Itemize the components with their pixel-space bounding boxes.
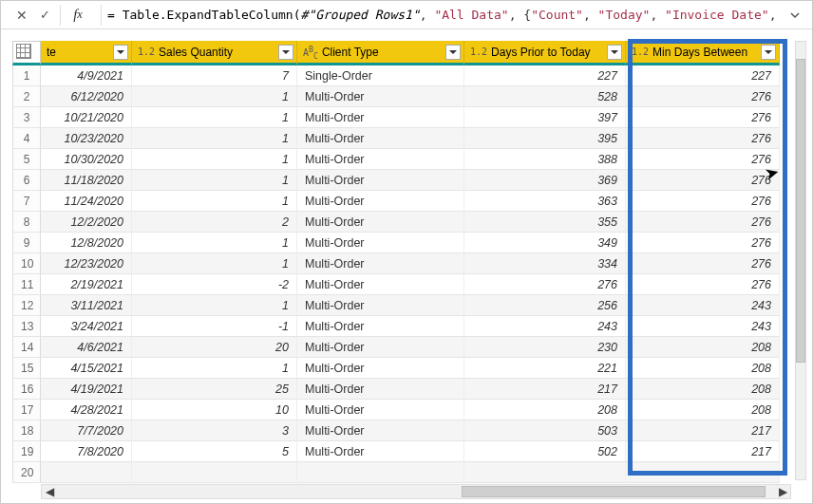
date-cell[interactable]: 2/19/2021 xyxy=(41,274,132,295)
qty-cell[interactable]: 1 xyxy=(132,233,297,253)
fx-icon[interactable]: fx xyxy=(65,4,91,27)
days-cell[interactable]: 502 xyxy=(464,441,626,462)
table-row[interactable]: 123/11/20211Multi-Order256243 xyxy=(12,295,780,316)
min-cell[interactable]: 276 xyxy=(626,274,780,295)
days-cell[interactable]: 369 xyxy=(464,170,626,191)
days-cell[interactable]: 395 xyxy=(464,128,626,149)
table-row[interactable]: 133/24/2021-1Multi-Order243243 xyxy=(12,316,780,337)
column-header-qty[interactable]: 1.2 Sales Quantity xyxy=(132,41,297,65)
days-cell[interactable]: 349 xyxy=(464,233,626,253)
type-cell[interactable]: Multi-Order xyxy=(297,191,464,212)
date-cell[interactable]: 3/24/2021 xyxy=(41,316,132,337)
date-cell[interactable]: 10/30/2020 xyxy=(41,149,132,170)
type-cell[interactable]: Multi-Order xyxy=(297,149,464,170)
type-cell[interactable]: Multi-Order xyxy=(297,170,464,191)
days-cell[interactable]: 256 xyxy=(464,295,626,316)
date-cell[interactable]: 11/18/2020 xyxy=(41,170,132,191)
table-row[interactable]: 187/7/20203Multi-Order503217 xyxy=(12,420,780,441)
date-cell[interactable]: 7/8/2020 xyxy=(41,441,132,462)
table-row[interactable]: 410/23/20201Multi-Order395276 xyxy=(12,128,780,149)
type-cell[interactable]: Multi-Order xyxy=(297,337,464,358)
min-cell[interactable]: 227 xyxy=(626,65,780,86)
scroll-left-button[interactable]: ◀ xyxy=(42,484,57,499)
min-cell[interactable]: 208 xyxy=(626,400,780,420)
min-cell[interactable]: 208 xyxy=(626,379,780,400)
date-cell[interactable]: 10/21/2020 xyxy=(41,107,132,128)
filter-button-date[interactable] xyxy=(113,45,128,60)
table-row[interactable]: 112/19/2021-2Multi-Order276276 xyxy=(12,274,780,295)
type-cell[interactable]: Multi-Order xyxy=(297,86,464,107)
table-row[interactable]: 174/28/202110Multi-Order208208 xyxy=(12,400,780,420)
date-cell[interactable]: 10/23/2020 xyxy=(41,128,132,149)
qty-cell[interactable]: -2 xyxy=(132,274,297,295)
qty-cell[interactable]: -1 xyxy=(132,316,297,337)
filter-button-type[interactable] xyxy=(445,45,461,60)
qty-cell[interactable]: 1 xyxy=(132,358,297,379)
filter-button-qty[interactable] xyxy=(278,45,293,60)
qty-cell[interactable]: 3 xyxy=(132,420,297,441)
qty-cell[interactable]: 1 xyxy=(132,128,297,149)
type-cell[interactable]: Multi-Order xyxy=(297,253,464,274)
filter-button-days[interactable] xyxy=(607,45,622,60)
expand-formula-button[interactable] xyxy=(784,4,806,27)
min-cell[interactable]: 276 xyxy=(626,233,780,253)
qty-cell[interactable]: 1 xyxy=(132,149,297,170)
days-cell[interactable]: 227 xyxy=(464,65,626,86)
column-header-date[interactable]: te xyxy=(41,41,132,65)
days-cell[interactable]: 397 xyxy=(464,107,626,128)
type-cell[interactable]: Multi-Order xyxy=(297,128,464,149)
empty-cell[interactable] xyxy=(464,462,626,483)
type-cell[interactable]: Multi-Order xyxy=(297,400,464,420)
table-row[interactable]: 711/24/20201Multi-Order363276 xyxy=(12,191,780,212)
table-row[interactable]: 144/6/202120Multi-Order230208 xyxy=(12,337,780,358)
days-cell[interactable]: 217 xyxy=(464,379,626,400)
table-row[interactable]: 611/18/20201Multi-Order369276 xyxy=(12,170,780,191)
date-cell[interactable]: 3/11/2021 xyxy=(41,295,132,316)
qty-cell[interactable]: 2 xyxy=(132,212,297,233)
vertical-scrollbar[interactable] xyxy=(795,41,806,480)
min-cell[interactable]: 208 xyxy=(626,337,780,358)
empty-cell[interactable] xyxy=(41,462,132,483)
horizontal-scroll-thumb[interactable] xyxy=(462,486,766,497)
horizontal-scrollbar[interactable]: ◀ ▶ xyxy=(41,484,791,499)
type-cell[interactable]: Multi-Order xyxy=(297,212,464,233)
column-header-days[interactable]: 1.2 Days Prior to Today xyxy=(464,41,626,65)
qty-cell[interactable]: 25 xyxy=(132,379,297,400)
horizontal-scroll-track[interactable] xyxy=(57,485,775,498)
type-cell[interactable]: Single-Order xyxy=(297,65,464,86)
table-row[interactable]: 812/2/20202Multi-Order355276 xyxy=(12,212,780,233)
date-cell[interactable]: 6/12/2020 xyxy=(41,86,132,107)
table-row[interactable]: 310/21/20201Multi-Order397276 xyxy=(12,107,780,128)
min-cell[interactable]: 276 xyxy=(626,149,780,170)
select-all-corner[interactable] xyxy=(12,41,41,65)
commit-formula-button[interactable]: ✓ xyxy=(33,4,56,27)
min-cell[interactable]: 217 xyxy=(626,441,780,462)
type-cell[interactable]: Multi-Order xyxy=(297,441,464,462)
min-cell[interactable]: 276 xyxy=(626,212,780,233)
type-cell[interactable]: Multi-Order xyxy=(297,295,464,316)
qty-cell[interactable]: 10 xyxy=(132,400,297,420)
days-cell[interactable]: 221 xyxy=(464,358,626,379)
min-cell[interactable]: 276 xyxy=(626,86,780,107)
min-cell[interactable]: 243 xyxy=(626,295,780,316)
scroll-right-button[interactable]: ▶ xyxy=(775,484,790,499)
type-cell[interactable]: Multi-Order xyxy=(297,274,464,295)
qty-cell[interactable]: 20 xyxy=(132,337,297,358)
date-cell[interactable]: 12/8/2020 xyxy=(41,233,132,253)
table-row[interactable]: 20 xyxy=(12,462,780,483)
min-cell[interactable]: 208 xyxy=(626,358,780,379)
type-cell[interactable]: Multi-Order xyxy=(297,420,464,441)
qty-cell[interactable]: 1 xyxy=(132,191,297,212)
formula-input[interactable]: = Table.ExpandTableColumn(#"Grouped Rows… xyxy=(105,8,784,22)
column-header-type[interactable]: ABC Client Type xyxy=(297,41,464,65)
days-cell[interactable]: 334 xyxy=(464,253,626,274)
min-cell[interactable]: 276 xyxy=(626,107,780,128)
qty-cell[interactable]: 1 xyxy=(132,170,297,191)
date-cell[interactable]: 4/28/2021 xyxy=(41,400,132,420)
days-cell[interactable]: 528 xyxy=(464,86,626,107)
date-cell[interactable]: 11/24/2020 xyxy=(41,191,132,212)
vertical-scroll-thumb[interactable] xyxy=(796,59,805,363)
min-cell[interactable]: 276 xyxy=(626,170,780,191)
days-cell[interactable]: 276 xyxy=(464,274,626,295)
days-cell[interactable]: 243 xyxy=(464,316,626,337)
